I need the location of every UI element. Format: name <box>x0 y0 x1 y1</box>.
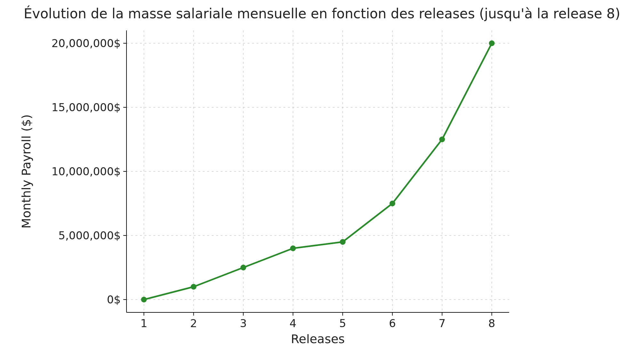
series-line <box>144 43 492 300</box>
x-tick-label: 6 <box>389 317 396 330</box>
x-tick-label: 5 <box>339 317 346 330</box>
series-point <box>290 245 296 251</box>
x-tick-label: 2 <box>190 317 197 330</box>
series-point <box>389 201 395 206</box>
series-point <box>439 136 445 142</box>
y-tick-label: 10,000,000$ <box>52 165 121 178</box>
chart-container: Évolution de la masse salariale mensuell… <box>0 0 644 355</box>
series-point <box>191 284 197 290</box>
y-axis-label: Monthly Payroll ($) <box>19 114 33 228</box>
y-tick-label: 0$ <box>107 293 121 306</box>
series-point <box>141 297 147 302</box>
y-tick-label: 15,000,000$ <box>52 101 121 114</box>
x-tick-label: 3 <box>240 317 247 330</box>
series-point <box>240 265 246 270</box>
x-tick-label: 8 <box>488 317 495 330</box>
y-tick-label: 20,000,000$ <box>52 37 121 50</box>
x-tick-label: 1 <box>140 317 147 330</box>
x-tick-label: 7 <box>439 317 446 330</box>
x-tick-label: 4 <box>289 317 297 330</box>
series-point <box>489 40 495 46</box>
x-axis-label: Releases <box>291 332 345 346</box>
series-point <box>340 239 346 245</box>
chart-svg: 123456780$5,000,000$10,000,000$15,000,00… <box>0 0 644 355</box>
y-tick-label: 5,000,000$ <box>58 229 121 242</box>
